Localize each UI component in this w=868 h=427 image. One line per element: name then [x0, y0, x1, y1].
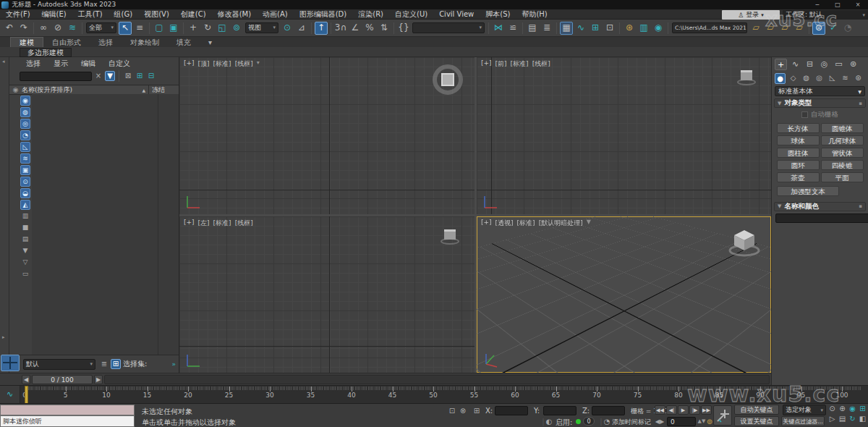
explorer-menu-2[interactable]: 编辑: [75, 59, 102, 69]
bind-spacewarp-icon[interactable]: ≋: [66, 22, 79, 35]
zoom-all-icon[interactable]: ⊕: [838, 405, 847, 414]
rollout-object-type[interactable]: ▼对象类型▪: [774, 98, 866, 108]
cat-lights-icon[interactable]: ◍: [801, 73, 812, 84]
menu-item-7[interactable]: 动画(A): [257, 9, 294, 19]
object-button-2[interactable]: 球体: [777, 135, 820, 145]
pan-icon[interactable]: ▤: [838, 415, 847, 424]
viewport-filter-icon[interactable]: ▼: [587, 219, 591, 228]
primitive-category-dropdown[interactable]: 标准基本体▾: [775, 86, 865, 96]
viewport-menu-arrow-icon[interactable]: ▾: [257, 59, 260, 69]
render-setup-icon[interactable]: ⊛: [623, 22, 636, 35]
viewport-front[interactable]: [+][前][标准][线框]: [477, 57, 771, 214]
display-objects-icon[interactable]: ■: [20, 223, 30, 233]
autogrid-checkbox[interactable]: [801, 111, 808, 118]
frozen-column-header[interactable]: 冻结: [148, 85, 179, 95]
zero-badge[interactable]: 0: [583, 417, 595, 426]
z-field[interactable]: [592, 406, 625, 415]
arc-icon[interactable]: ◔: [841, 22, 854, 35]
display-shapes-icon[interactable]: ◍: [20, 107, 30, 117]
folder-key-icon[interactable]: ▱: [793, 22, 806, 35]
collapse-arrow-icon[interactable]: ◂: [2, 59, 5, 64]
x-field[interactable]: [495, 406, 528, 415]
viewport-front-menu-3[interactable]: [线框]: [532, 59, 550, 69]
select-by-name-icon[interactable]: ≡: [133, 22, 146, 35]
menu-item-4[interactable]: 视图(V): [138, 9, 175, 19]
adaptive-degradation-icon[interactable]: ◐: [544, 417, 554, 427]
cat-systems-icon[interactable]: ⊛: [853, 73, 864, 84]
left-collapse-strip[interactable]: ◂ ▸: [0, 57, 9, 373]
viewcube[interactable]: [741, 70, 752, 80]
filter-simple-icon[interactable]: ▽: [20, 258, 30, 268]
viewport-layout-tabs-button[interactable]: [1, 355, 20, 371]
zoom-icon[interactable]: ⊙: [827, 405, 837, 414]
scale-icon[interactable]: ◱: [216, 22, 229, 35]
cat-spacewarps-icon[interactable]: ≋: [840, 73, 851, 84]
cat-cameras-icon[interactable]: ◎: [814, 73, 825, 84]
menu-item-12[interactable]: 脚本(S): [480, 9, 516, 19]
display-cameras-icon[interactable]: ◔: [20, 130, 30, 140]
tab-create-icon[interactable]: +: [775, 59, 787, 70]
menu-item-9[interactable]: 渲染(R): [352, 9, 389, 19]
maximize-icon[interactable]: □: [827, 0, 848, 9]
menu-item-5[interactable]: 创建(C): [175, 9, 212, 19]
explorer-column-header[interactable]: ◉ 名称(按升序排序) ▲ 冻结: [9, 85, 179, 95]
explorer-preset-dropdown[interactable]: 默认▾: [23, 359, 95, 370]
selection-filter-dropdown[interactable]: 全部▾: [86, 22, 116, 33]
tab-utilities-icon[interactable]: ⊛: [847, 59, 859, 70]
minimize-icon[interactable]: ─: [807, 0, 827, 9]
transform-typein-icon[interactable]: ⊞: [472, 406, 482, 416]
spinner-snap-icon[interactable]: ⇅: [378, 22, 391, 35]
time-cursor[interactable]: [25, 386, 28, 404]
rotate-icon[interactable]: ↻: [201, 22, 214, 35]
list-view-icon[interactable]: ≣: [99, 359, 109, 369]
tab-hierarchy-icon[interactable]: ⊟: [804, 59, 816, 70]
object-button-0[interactable]: 长方体: [777, 123, 820, 133]
ribbon-tab-objectpaint[interactable]: 对象绘制: [122, 38, 168, 47]
named-sets-icon[interactable]: {}: [397, 22, 410, 35]
explorer-menu-0[interactable]: 选择: [20, 59, 47, 69]
explorer-object-list[interactable]: [32, 94, 179, 355]
selection-lock-icon[interactable]: ⊗: [458, 406, 468, 416]
prev-frame-arrow[interactable]: ◀: [22, 375, 30, 384]
display-xrefs-icon[interactable]: ⊙: [20, 177, 30, 187]
viewport-persp-menu-1[interactable]: [透视]: [495, 219, 514, 228]
hierarchy-view-icon[interactable]: ⊞: [111, 359, 121, 369]
object-button-5[interactable]: 管状体: [821, 148, 864, 158]
viewport-top-menu-2[interactable]: [标准]: [213, 59, 231, 69]
object-button-3[interactable]: 几何球体: [821, 135, 864, 145]
ok-circle-icon[interactable]: ✓: [827, 22, 840, 35]
time-slider[interactable]: 0 / 100: [32, 375, 93, 384]
go-end-icon[interactable]: ▶▶: [701, 405, 712, 415]
unlink-icon[interactable]: ⊘: [51, 22, 64, 35]
layer-explorer-toggle-icon[interactable]: ≣: [540, 22, 553, 35]
play-icon[interactable]: ▶: [678, 405, 689, 415]
cat-shapes-icon[interactable]: ◇: [788, 73, 799, 84]
object-button-1[interactable]: 圆锥体: [821, 123, 864, 133]
named-sets-dropdown[interactable]: ▾: [412, 22, 485, 33]
align-icon[interactable]: ≌: [506, 22, 519, 35]
ref-coord-dropdown[interactable]: 视图▾: [245, 22, 278, 33]
expand-arrow-icon[interactable]: ▸: [2, 334, 5, 340]
redo-icon[interactable]: ↷: [17, 22, 30, 35]
ribbon-toggle-icon[interactable]: ▦: [560, 22, 573, 35]
explorer-menu-3[interactable]: 自定义: [102, 59, 137, 69]
clear-search-icon[interactable]: ×: [93, 71, 103, 81]
close-icon[interactable]: ×: [848, 0, 868, 9]
viewport-perspective[interactable]: [+][透视][标准][默认明暗处理]▼: [477, 216, 771, 373]
collapse-tree-icon[interactable]: ⊟: [146, 71, 156, 81]
menu-item-1[interactable]: 编辑(E): [36, 9, 72, 19]
rendered-frame-icon[interactable]: ▥: [637, 22, 650, 35]
ribbon-tab-selection[interactable]: 选择: [90, 38, 122, 47]
object-button-9[interactable]: 平面: [821, 172, 864, 182]
move-icon[interactable]: +: [187, 22, 200, 35]
snap-3d-icon[interactable]: 3∩: [334, 22, 347, 35]
object-button-7[interactable]: 四棱锥: [821, 160, 864, 170]
auto-key-button[interactable]: 自动关键点: [734, 405, 779, 415]
project-path-dropdown[interactable]: C:\Users\Ad...ds Max 2021▾: [672, 22, 747, 33]
viewport-left-menu-1[interactable]: [左]: [198, 219, 210, 228]
folder-gear-icon[interactable]: ▱: [749, 22, 762, 35]
cat-geometry-icon[interactable]: ●: [775, 73, 786, 84]
menu-item-8[interactable]: 图形编辑器(D): [294, 9, 353, 19]
set-key-big-button[interactable]: [713, 405, 732, 426]
display-bones-icon[interactable]: ◒: [20, 188, 30, 198]
